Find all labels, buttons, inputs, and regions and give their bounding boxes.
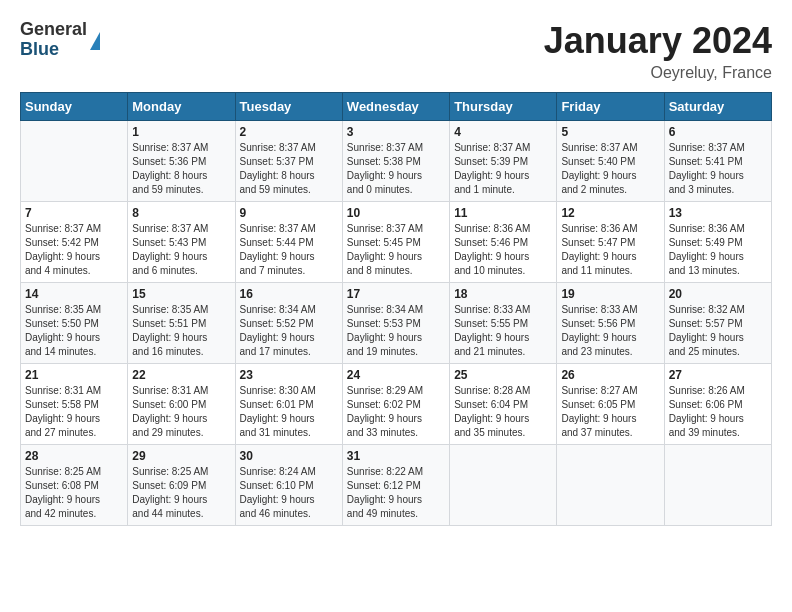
- header: General Blue January 2024 Oeyreluy, Fran…: [20, 20, 772, 82]
- calendar-cell: 15Sunrise: 8:35 AMSunset: 5:51 PMDayligh…: [128, 283, 235, 364]
- calendar-page: General Blue January 2024 Oeyreluy, Fran…: [0, 0, 792, 536]
- day-number: 23: [240, 368, 338, 382]
- calendar-cell: 21Sunrise: 8:31 AMSunset: 5:58 PMDayligh…: [21, 364, 128, 445]
- calendar-cell: 25Sunrise: 8:28 AMSunset: 6:04 PMDayligh…: [450, 364, 557, 445]
- day-info: Sunrise: 8:37 AMSunset: 5:43 PMDaylight:…: [132, 222, 230, 278]
- calendar-cell: 3Sunrise: 8:37 AMSunset: 5:38 PMDaylight…: [342, 121, 449, 202]
- calendar-cell: 29Sunrise: 8:25 AMSunset: 6:09 PMDayligh…: [128, 445, 235, 526]
- calendar-cell: 1Sunrise: 8:37 AMSunset: 5:36 PMDaylight…: [128, 121, 235, 202]
- day-number: 13: [669, 206, 767, 220]
- calendar-cell: 17Sunrise: 8:34 AMSunset: 5:53 PMDayligh…: [342, 283, 449, 364]
- day-info: Sunrise: 8:34 AMSunset: 5:53 PMDaylight:…: [347, 303, 445, 359]
- weekday-header-thursday: Thursday: [450, 93, 557, 121]
- weekday-header-sunday: Sunday: [21, 93, 128, 121]
- calendar-cell: 30Sunrise: 8:24 AMSunset: 6:10 PMDayligh…: [235, 445, 342, 526]
- day-info: Sunrise: 8:25 AMSunset: 6:08 PMDaylight:…: [25, 465, 123, 521]
- calendar-cell: [557, 445, 664, 526]
- calendar-cell: 16Sunrise: 8:34 AMSunset: 5:52 PMDayligh…: [235, 283, 342, 364]
- calendar-cell: 4Sunrise: 8:37 AMSunset: 5:39 PMDaylight…: [450, 121, 557, 202]
- day-info: Sunrise: 8:37 AMSunset: 5:38 PMDaylight:…: [347, 141, 445, 197]
- calendar-cell: 13Sunrise: 8:36 AMSunset: 5:49 PMDayligh…: [664, 202, 771, 283]
- day-number: 9: [240, 206, 338, 220]
- week-row-1: 1Sunrise: 8:37 AMSunset: 5:36 PMDaylight…: [21, 121, 772, 202]
- calendar-cell: 27Sunrise: 8:26 AMSunset: 6:06 PMDayligh…: [664, 364, 771, 445]
- day-info: Sunrise: 8:35 AMSunset: 5:50 PMDaylight:…: [25, 303, 123, 359]
- calendar-cell: 23Sunrise: 8:30 AMSunset: 6:01 PMDayligh…: [235, 364, 342, 445]
- logo-triangle-icon: [90, 32, 100, 50]
- day-number: 21: [25, 368, 123, 382]
- calendar-cell: [21, 121, 128, 202]
- calendar-cell: 28Sunrise: 8:25 AMSunset: 6:08 PMDayligh…: [21, 445, 128, 526]
- day-info: Sunrise: 8:31 AMSunset: 5:58 PMDaylight:…: [25, 384, 123, 440]
- calendar-subtitle: Oeyreluy, France: [544, 64, 772, 82]
- weekday-header-saturday: Saturday: [664, 93, 771, 121]
- day-number: 17: [347, 287, 445, 301]
- day-info: Sunrise: 8:36 AMSunset: 5:49 PMDaylight:…: [669, 222, 767, 278]
- day-number: 14: [25, 287, 123, 301]
- week-row-3: 14Sunrise: 8:35 AMSunset: 5:50 PMDayligh…: [21, 283, 772, 364]
- day-info: Sunrise: 8:37 AMSunset: 5:37 PMDaylight:…: [240, 141, 338, 197]
- day-number: 12: [561, 206, 659, 220]
- calendar-cell: 26Sunrise: 8:27 AMSunset: 6:05 PMDayligh…: [557, 364, 664, 445]
- calendar-cell: 19Sunrise: 8:33 AMSunset: 5:56 PMDayligh…: [557, 283, 664, 364]
- day-number: 4: [454, 125, 552, 139]
- day-number: 3: [347, 125, 445, 139]
- calendar-cell: 10Sunrise: 8:37 AMSunset: 5:45 PMDayligh…: [342, 202, 449, 283]
- calendar-cell: 7Sunrise: 8:37 AMSunset: 5:42 PMDaylight…: [21, 202, 128, 283]
- day-info: Sunrise: 8:29 AMSunset: 6:02 PMDaylight:…: [347, 384, 445, 440]
- day-info: Sunrise: 8:33 AMSunset: 5:55 PMDaylight:…: [454, 303, 552, 359]
- week-row-4: 21Sunrise: 8:31 AMSunset: 5:58 PMDayligh…: [21, 364, 772, 445]
- day-number: 1: [132, 125, 230, 139]
- day-info: Sunrise: 8:37 AMSunset: 5:41 PMDaylight:…: [669, 141, 767, 197]
- calendar-cell: 9Sunrise: 8:37 AMSunset: 5:44 PMDaylight…: [235, 202, 342, 283]
- day-number: 16: [240, 287, 338, 301]
- day-number: 25: [454, 368, 552, 382]
- day-number: 24: [347, 368, 445, 382]
- day-info: Sunrise: 8:37 AMSunset: 5:45 PMDaylight:…: [347, 222, 445, 278]
- day-number: 2: [240, 125, 338, 139]
- calendar-cell: 18Sunrise: 8:33 AMSunset: 5:55 PMDayligh…: [450, 283, 557, 364]
- day-number: 6: [669, 125, 767, 139]
- calendar-cell: 2Sunrise: 8:37 AMSunset: 5:37 PMDaylight…: [235, 121, 342, 202]
- day-info: Sunrise: 8:37 AMSunset: 5:44 PMDaylight:…: [240, 222, 338, 278]
- day-info: Sunrise: 8:24 AMSunset: 6:10 PMDaylight:…: [240, 465, 338, 521]
- day-number: 29: [132, 449, 230, 463]
- day-number: 7: [25, 206, 123, 220]
- day-info: Sunrise: 8:27 AMSunset: 6:05 PMDaylight:…: [561, 384, 659, 440]
- day-number: 28: [25, 449, 123, 463]
- day-info: Sunrise: 8:36 AMSunset: 5:47 PMDaylight:…: [561, 222, 659, 278]
- weekday-header-monday: Monday: [128, 93, 235, 121]
- day-number: 5: [561, 125, 659, 139]
- day-info: Sunrise: 8:37 AMSunset: 5:42 PMDaylight:…: [25, 222, 123, 278]
- weekday-header-friday: Friday: [557, 93, 664, 121]
- day-number: 11: [454, 206, 552, 220]
- day-info: Sunrise: 8:35 AMSunset: 5:51 PMDaylight:…: [132, 303, 230, 359]
- day-info: Sunrise: 8:26 AMSunset: 6:06 PMDaylight:…: [669, 384, 767, 440]
- day-info: Sunrise: 8:32 AMSunset: 5:57 PMDaylight:…: [669, 303, 767, 359]
- day-info: Sunrise: 8:30 AMSunset: 6:01 PMDaylight:…: [240, 384, 338, 440]
- calendar-cell: [450, 445, 557, 526]
- week-row-5: 28Sunrise: 8:25 AMSunset: 6:08 PMDayligh…: [21, 445, 772, 526]
- calendar-title: January 2024: [544, 20, 772, 62]
- calendar-cell: 8Sunrise: 8:37 AMSunset: 5:43 PMDaylight…: [128, 202, 235, 283]
- day-info: Sunrise: 8:22 AMSunset: 6:12 PMDaylight:…: [347, 465, 445, 521]
- day-number: 8: [132, 206, 230, 220]
- day-number: 19: [561, 287, 659, 301]
- logo-general-text: General: [20, 20, 87, 40]
- day-info: Sunrise: 8:37 AMSunset: 5:40 PMDaylight:…: [561, 141, 659, 197]
- logo-blue-text: Blue: [20, 40, 87, 60]
- day-number: 31: [347, 449, 445, 463]
- weekday-header-row: SundayMondayTuesdayWednesdayThursdayFrid…: [21, 93, 772, 121]
- day-number: 15: [132, 287, 230, 301]
- day-info: Sunrise: 8:34 AMSunset: 5:52 PMDaylight:…: [240, 303, 338, 359]
- calendar-cell: 11Sunrise: 8:36 AMSunset: 5:46 PMDayligh…: [450, 202, 557, 283]
- day-number: 27: [669, 368, 767, 382]
- day-info: Sunrise: 8:37 AMSunset: 5:39 PMDaylight:…: [454, 141, 552, 197]
- day-number: 30: [240, 449, 338, 463]
- calendar-cell: 12Sunrise: 8:36 AMSunset: 5:47 PMDayligh…: [557, 202, 664, 283]
- calendar-cell: 5Sunrise: 8:37 AMSunset: 5:40 PMDaylight…: [557, 121, 664, 202]
- day-number: 22: [132, 368, 230, 382]
- day-info: Sunrise: 8:31 AMSunset: 6:00 PMDaylight:…: [132, 384, 230, 440]
- day-number: 18: [454, 287, 552, 301]
- day-number: 10: [347, 206, 445, 220]
